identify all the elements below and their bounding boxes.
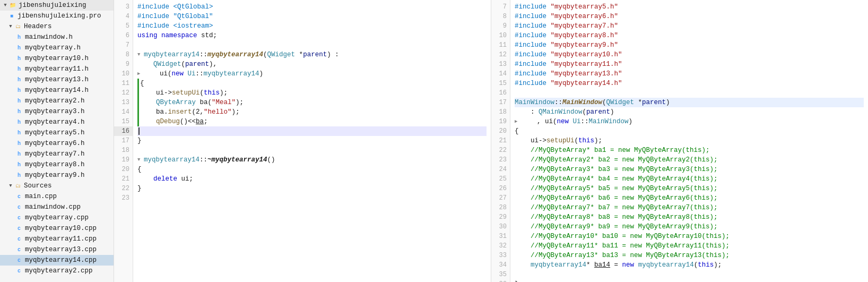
cpp-file-icon: c [15,213,23,222]
header-file-item[interactable]: hmyqbytearray11.h [0,64,114,74]
headers-label: Headers [24,23,52,30]
code-line: #include "myqbytearray5.h" [515,2,864,12]
line-number: 10 [114,69,133,79]
source-file-item[interactable]: cmain.cpp [0,191,114,202]
line-number: 19 [491,117,510,126]
code-line: #include <iostream> [137,21,487,31]
code-text: //MyQByteArray8* ba8 = new MyQByteArray8… [515,212,718,222]
left-editor[interactable]: 34567891011121314151617181920212223 #inc… [114,0,491,282]
header-file-label: myqbytearray13.h [25,76,89,83]
header-file-icon: h [15,118,23,126]
header-file-label: myqbytearray10.h [25,55,89,62]
sources-group[interactable]: ▼ 🗂 Sources [0,181,114,191]
code-text: QWidget(parent), [137,59,217,69]
source-file-label: myqbytearray13.cpp [25,246,97,253]
code-text: ui->setupUi(this); [140,88,228,98]
project-root[interactable]: ▼ 📁 jibenshujuleixing [0,0,114,11]
header-file-item[interactable]: hmyqbytearray13.h [0,74,114,85]
fold-arrow[interactable]: ▶ [515,117,521,126]
code-text: #include "myqbytearray8.h" [515,31,618,40]
code-text: //MyQByteArray3* ba3 = new MyQByteArray3… [515,165,718,174]
code-text: #include "QtGlobal" [137,12,213,21]
code-text: #include "myqbytearray5.h" [515,2,618,12]
line-number: 29 [491,212,510,222]
code-line: delete ui; [137,174,487,184]
change-bar [137,88,139,98]
code-line: { [515,126,864,136]
line-number: 26 [491,184,510,193]
source-file-label: mainwindow.cpp [25,203,81,211]
line-number: 15 [491,79,510,88]
left-code-content[interactable]: #include <QtGlobal>#include "QtGlobal"#i… [133,0,491,282]
code-text: } [137,184,142,193]
code-text: using namespace std; [137,31,217,40]
source-file-label: myqbytearray2.cpp [25,267,93,275]
source-file-label: main.cpp [25,193,57,200]
header-file-label: myqbytearray9.h [25,172,85,179]
header-file-label: myqbytearray3.h [25,108,85,115]
project-file-label: jibenshujuleixing.pro [18,12,101,20]
line-number: 13 [491,59,510,69]
fold-arrow[interactable]: ▼ [137,50,144,59]
code-line: ▼myqbytearray14::~myqbytearray14() [137,155,487,165]
header-file-item[interactable]: hmainwindow.h [0,32,114,42]
header-file-item[interactable]: hmyqbytearray6.h [0,138,114,149]
code-text: MainWindow::MainWindow(QWidget *parent) [515,98,670,107]
right-editor[interactable]: 7891011121314151617181920212223242526272… [491,0,868,282]
header-file-item[interactable]: hmyqbytearray8.h [0,159,114,170]
header-file-label: mainwindow.h [25,33,73,41]
fold-arrow[interactable]: ▶ [137,69,144,79]
project-file[interactable]: ■ jibenshujuleixing.pro [0,11,114,21]
source-file-item[interactable]: cmyqbytearray2.cpp [0,266,114,276]
cpp-file-icon: c [15,245,23,254]
source-file-item[interactable]: cmainwindow.cpp [0,202,114,212]
code-line: //MyQByteArray13* ba13 = new MyQByteArra… [515,251,864,260]
header-file-icon: h [15,150,23,158]
code-line [515,270,864,279]
right-line-numbers: 7891011121314151617181920212223242526272… [491,0,510,282]
code-line: QByteArray ba("Meal"); [137,98,487,107]
fold-arrow[interactable]: ▼ [137,155,144,165]
code-text: #include "myqbytearray6.h" [515,12,618,21]
line-number: 18 [491,107,510,117]
code-text: , ui(new Ui::MainWindow) [521,117,632,126]
header-file-label: myqbytearray.h [25,44,81,52]
header-file-item[interactable]: hmyqbytearray9.h [0,170,114,181]
code-line: //MyQByteArray9* ba9 = new MyQByteArray9… [515,222,864,232]
source-file-item[interactable]: cmyqbytearray13.cpp [0,244,114,255]
code-text: { [137,165,142,174]
source-file-item[interactable]: cmyqbytearray11.cpp [0,234,114,244]
code-line: } [137,136,487,146]
header-file-item[interactable]: hmyqbytearray4.h [0,117,114,127]
line-number: 5 [114,21,133,31]
source-file-item[interactable]: cmyqbytearray10.cpp [0,223,114,234]
line-number: 7 [491,2,510,12]
header-file-item[interactable]: hmyqbytearray5.h [0,127,114,138]
header-file-item[interactable]: hmyqbytearray14.h [0,85,114,96]
line-number: 24 [491,165,510,174]
project-folder-icon: 📁 [8,1,17,10]
cpp-file-icon: c [15,256,23,264]
source-file-item[interactable]: cmyqbytearray.cpp [0,212,114,223]
line-number: 23 [491,155,510,165]
header-file-item[interactable]: hmyqbytearray2.h [0,96,114,106]
code-line: #include "myqbytearray6.h" [515,12,864,21]
header-file-item[interactable]: hmyqbytearray7.h [0,149,114,159]
headers-group[interactable]: ▼ 🗂 Headers [0,21,114,32]
header-file-item[interactable]: hmyqbytearray10.h [0,53,114,64]
header-file-label: myqbytearray6.h [25,140,85,147]
source-file-label: myqbytearray.cpp [25,214,89,221]
code-line: } [515,279,864,282]
code-line: #include "myqbytearray10.h" [515,50,864,59]
source-file-item[interactable]: cmyqbytearray14.cpp [0,255,114,266]
code-line: #include "myqbytearray13.h" [515,69,864,79]
code-line: using namespace std; [137,31,487,40]
header-file-item[interactable]: hmyqbytearray3.h [0,106,114,117]
cpp-file-icon: c [15,224,23,233]
right-code-content[interactable]: #include "myqbytearray5.h"#include "myqb… [510,0,868,282]
code-line: ui->setupUi(this); [515,136,864,146]
cursor [138,127,140,135]
line-number: 25 [491,174,510,184]
line-number: 16 [491,88,510,98]
header-file-item[interactable]: hmyqbytearray.h [0,42,114,53]
